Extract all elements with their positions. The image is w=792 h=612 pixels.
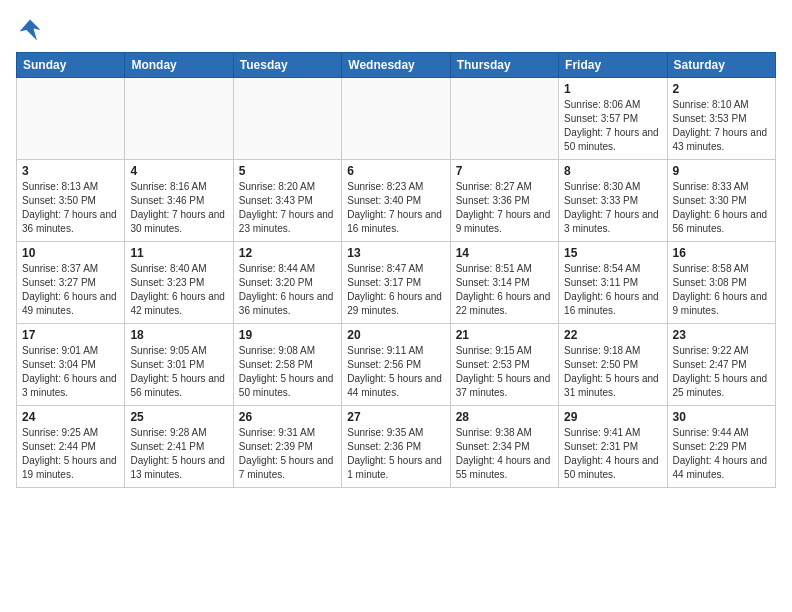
calendar-cell: 17Sunrise: 9:01 AM Sunset: 3:04 PM Dayli…	[17, 324, 125, 406]
calendar-cell: 29Sunrise: 9:41 AM Sunset: 2:31 PM Dayli…	[559, 406, 667, 488]
day-info: Sunrise: 8:44 AM Sunset: 3:20 PM Dayligh…	[239, 262, 336, 318]
day-number: 1	[564, 82, 661, 96]
calendar-cell: 30Sunrise: 9:44 AM Sunset: 2:29 PM Dayli…	[667, 406, 775, 488]
calendar-cell	[450, 78, 558, 160]
calendar: SundayMondayTuesdayWednesdayThursdayFrid…	[16, 52, 776, 488]
day-number: 26	[239, 410, 336, 424]
logo	[16, 16, 48, 44]
calendar-cell	[17, 78, 125, 160]
day-number: 18	[130, 328, 227, 342]
calendar-week-4: 17Sunrise: 9:01 AM Sunset: 3:04 PM Dayli…	[17, 324, 776, 406]
day-number: 3	[22, 164, 119, 178]
day-number: 4	[130, 164, 227, 178]
day-number: 15	[564, 246, 661, 260]
day-number: 10	[22, 246, 119, 260]
calendar-cell: 22Sunrise: 9:18 AM Sunset: 2:50 PM Dayli…	[559, 324, 667, 406]
calendar-cell: 4Sunrise: 8:16 AM Sunset: 3:46 PM Daylig…	[125, 160, 233, 242]
calendar-cell: 11Sunrise: 8:40 AM Sunset: 3:23 PM Dayli…	[125, 242, 233, 324]
day-number: 17	[22, 328, 119, 342]
weekday-header-wednesday: Wednesday	[342, 53, 450, 78]
calendar-cell: 28Sunrise: 9:38 AM Sunset: 2:34 PM Dayli…	[450, 406, 558, 488]
calendar-cell: 12Sunrise: 8:44 AM Sunset: 3:20 PM Dayli…	[233, 242, 341, 324]
day-info: Sunrise: 8:10 AM Sunset: 3:53 PM Dayligh…	[673, 98, 770, 154]
day-info: Sunrise: 9:15 AM Sunset: 2:53 PM Dayligh…	[456, 344, 553, 400]
day-info: Sunrise: 8:23 AM Sunset: 3:40 PM Dayligh…	[347, 180, 444, 236]
calendar-cell: 15Sunrise: 8:54 AM Sunset: 3:11 PM Dayli…	[559, 242, 667, 324]
calendar-cell: 18Sunrise: 9:05 AM Sunset: 3:01 PM Dayli…	[125, 324, 233, 406]
day-info: Sunrise: 9:22 AM Sunset: 2:47 PM Dayligh…	[673, 344, 770, 400]
day-info: Sunrise: 8:13 AM Sunset: 3:50 PM Dayligh…	[22, 180, 119, 236]
day-number: 20	[347, 328, 444, 342]
calendar-cell: 20Sunrise: 9:11 AM Sunset: 2:56 PM Dayli…	[342, 324, 450, 406]
calendar-cell: 13Sunrise: 8:47 AM Sunset: 3:17 PM Dayli…	[342, 242, 450, 324]
day-number: 7	[456, 164, 553, 178]
day-info: Sunrise: 9:25 AM Sunset: 2:44 PM Dayligh…	[22, 426, 119, 482]
day-number: 30	[673, 410, 770, 424]
day-info: Sunrise: 8:37 AM Sunset: 3:27 PM Dayligh…	[22, 262, 119, 318]
day-info: Sunrise: 8:47 AM Sunset: 3:17 PM Dayligh…	[347, 262, 444, 318]
day-number: 5	[239, 164, 336, 178]
day-number: 14	[456, 246, 553, 260]
calendar-cell	[342, 78, 450, 160]
day-info: Sunrise: 8:51 AM Sunset: 3:14 PM Dayligh…	[456, 262, 553, 318]
calendar-cell: 9Sunrise: 8:33 AM Sunset: 3:30 PM Daylig…	[667, 160, 775, 242]
day-info: Sunrise: 9:08 AM Sunset: 2:58 PM Dayligh…	[239, 344, 336, 400]
logo-bird-icon	[16, 16, 44, 44]
weekday-header-thursday: Thursday	[450, 53, 558, 78]
day-info: Sunrise: 9:35 AM Sunset: 2:36 PM Dayligh…	[347, 426, 444, 482]
day-info: Sunrise: 8:40 AM Sunset: 3:23 PM Dayligh…	[130, 262, 227, 318]
day-number: 8	[564, 164, 661, 178]
calendar-week-1: 1Sunrise: 8:06 AM Sunset: 3:57 PM Daylig…	[17, 78, 776, 160]
day-number: 24	[22, 410, 119, 424]
day-number: 28	[456, 410, 553, 424]
day-number: 12	[239, 246, 336, 260]
day-number: 23	[673, 328, 770, 342]
day-info: Sunrise: 8:16 AM Sunset: 3:46 PM Dayligh…	[130, 180, 227, 236]
calendar-cell: 27Sunrise: 9:35 AM Sunset: 2:36 PM Dayli…	[342, 406, 450, 488]
calendar-week-2: 3Sunrise: 8:13 AM Sunset: 3:50 PM Daylig…	[17, 160, 776, 242]
weekday-header-monday: Monday	[125, 53, 233, 78]
day-number: 21	[456, 328, 553, 342]
day-number: 27	[347, 410, 444, 424]
calendar-cell: 25Sunrise: 9:28 AM Sunset: 2:41 PM Dayli…	[125, 406, 233, 488]
day-info: Sunrise: 9:41 AM Sunset: 2:31 PM Dayligh…	[564, 426, 661, 482]
day-number: 22	[564, 328, 661, 342]
calendar-cell: 7Sunrise: 8:27 AM Sunset: 3:36 PM Daylig…	[450, 160, 558, 242]
weekday-header-row: SundayMondayTuesdayWednesdayThursdayFrid…	[17, 53, 776, 78]
day-info: Sunrise: 8:33 AM Sunset: 3:30 PM Dayligh…	[673, 180, 770, 236]
header	[16, 16, 776, 44]
day-number: 25	[130, 410, 227, 424]
calendar-cell: 21Sunrise: 9:15 AM Sunset: 2:53 PM Dayli…	[450, 324, 558, 406]
calendar-cell: 1Sunrise: 8:06 AM Sunset: 3:57 PM Daylig…	[559, 78, 667, 160]
calendar-cell: 26Sunrise: 9:31 AM Sunset: 2:39 PM Dayli…	[233, 406, 341, 488]
day-info: Sunrise: 9:38 AM Sunset: 2:34 PM Dayligh…	[456, 426, 553, 482]
calendar-cell: 8Sunrise: 8:30 AM Sunset: 3:33 PM Daylig…	[559, 160, 667, 242]
calendar-cell: 5Sunrise: 8:20 AM Sunset: 3:43 PM Daylig…	[233, 160, 341, 242]
day-number: 13	[347, 246, 444, 260]
day-info: Sunrise: 9:01 AM Sunset: 3:04 PM Dayligh…	[22, 344, 119, 400]
day-number: 6	[347, 164, 444, 178]
day-info: Sunrise: 8:20 AM Sunset: 3:43 PM Dayligh…	[239, 180, 336, 236]
calendar-cell: 6Sunrise: 8:23 AM Sunset: 3:40 PM Daylig…	[342, 160, 450, 242]
weekday-header-tuesday: Tuesday	[233, 53, 341, 78]
day-info: Sunrise: 9:05 AM Sunset: 3:01 PM Dayligh…	[130, 344, 227, 400]
calendar-week-3: 10Sunrise: 8:37 AM Sunset: 3:27 PM Dayli…	[17, 242, 776, 324]
day-number: 19	[239, 328, 336, 342]
day-info: Sunrise: 9:28 AM Sunset: 2:41 PM Dayligh…	[130, 426, 227, 482]
calendar-cell	[125, 78, 233, 160]
calendar-cell: 24Sunrise: 9:25 AM Sunset: 2:44 PM Dayli…	[17, 406, 125, 488]
calendar-cell: 2Sunrise: 8:10 AM Sunset: 3:53 PM Daylig…	[667, 78, 775, 160]
calendar-cell: 23Sunrise: 9:22 AM Sunset: 2:47 PM Dayli…	[667, 324, 775, 406]
calendar-week-5: 24Sunrise: 9:25 AM Sunset: 2:44 PM Dayli…	[17, 406, 776, 488]
day-info: Sunrise: 8:30 AM Sunset: 3:33 PM Dayligh…	[564, 180, 661, 236]
day-number: 2	[673, 82, 770, 96]
svg-marker-0	[20, 20, 41, 41]
weekday-header-sunday: Sunday	[17, 53, 125, 78]
day-number: 29	[564, 410, 661, 424]
day-info: Sunrise: 9:18 AM Sunset: 2:50 PM Dayligh…	[564, 344, 661, 400]
calendar-cell: 3Sunrise: 8:13 AM Sunset: 3:50 PM Daylig…	[17, 160, 125, 242]
day-info: Sunrise: 8:27 AM Sunset: 3:36 PM Dayligh…	[456, 180, 553, 236]
calendar-cell: 14Sunrise: 8:51 AM Sunset: 3:14 PM Dayli…	[450, 242, 558, 324]
day-info: Sunrise: 8:54 AM Sunset: 3:11 PM Dayligh…	[564, 262, 661, 318]
day-info: Sunrise: 9:31 AM Sunset: 2:39 PM Dayligh…	[239, 426, 336, 482]
